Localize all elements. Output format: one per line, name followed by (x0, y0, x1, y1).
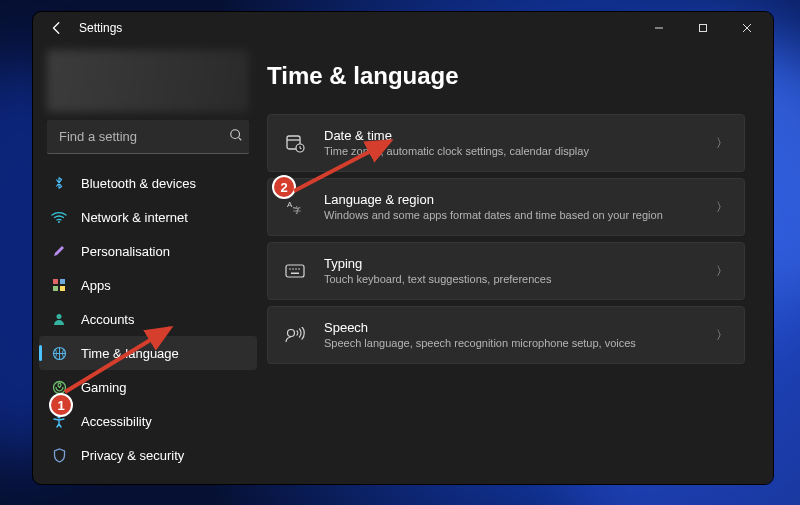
annotation-badge-2: 2 (272, 175, 296, 199)
person-icon (51, 311, 67, 327)
svg-rect-23 (291, 273, 299, 275)
sidebar-item-time-language[interactable]: Time & language (39, 336, 257, 370)
maximize-icon (698, 23, 708, 33)
back-button[interactable] (45, 16, 69, 40)
svg-rect-18 (286, 265, 304, 277)
page-title: Time & language (267, 62, 749, 90)
sidebar-item-label: Personalisation (81, 244, 170, 259)
svg-point-20 (292, 268, 294, 270)
minimize-icon (654, 23, 664, 33)
svg-point-4 (58, 221, 60, 223)
globe-clock-icon (51, 345, 67, 361)
svg-point-21 (295, 268, 297, 270)
sidebar-item-windows-update[interactable]: Windows Update (33, 472, 263, 474)
svg-point-9 (57, 314, 62, 319)
card-subtitle: Windows and some apps format dates and t… (324, 208, 716, 222)
bluetooth-icon (51, 175, 67, 191)
card-title: Date & time (324, 128, 716, 144)
language-icon: A字 (284, 197, 306, 217)
sidebar-item-label: Gaming (81, 380, 127, 395)
svg-rect-8 (60, 286, 65, 291)
sidebar-item-label: Privacy & security (81, 448, 184, 463)
window-title: Settings (79, 21, 122, 35)
svg-text:字: 字 (293, 206, 301, 215)
search-icon (229, 128, 243, 145)
svg-rect-6 (60, 279, 65, 284)
title-bar: Settings (33, 12, 773, 44)
svg-point-24 (288, 330, 295, 337)
settings-cards: Date & time Time zones, automatic clock … (263, 114, 749, 364)
sidebar-item-label: Network & internet (81, 210, 188, 225)
chevron-right-icon: 〉 (716, 135, 728, 152)
chevron-right-icon: 〉 (716, 327, 728, 344)
card-speech[interactable]: Speech Speech language, speech recogniti… (267, 306, 745, 364)
sidebar-item-privacy[interactable]: Privacy & security (33, 438, 263, 472)
svg-rect-1 (700, 25, 707, 32)
svg-rect-7 (53, 286, 58, 291)
search-input[interactable] (57, 128, 229, 145)
sidebar-item-personalisation[interactable]: Personalisation (33, 234, 263, 268)
minimize-button[interactable] (637, 12, 681, 44)
svg-point-2 (231, 130, 240, 139)
card-title: Speech (324, 320, 716, 336)
svg-point-22 (298, 268, 300, 270)
arrow-left-icon (50, 21, 64, 35)
paintbrush-icon (51, 243, 67, 259)
sidebar-item-label: Accounts (81, 312, 134, 327)
settings-window: Settings Bluetooth & devices (33, 12, 773, 484)
nav-list: Bluetooth & devices Network & internet P… (33, 164, 263, 474)
sidebar-item-network[interactable]: Network & internet (33, 200, 263, 234)
close-icon (742, 23, 752, 33)
speech-icon (284, 327, 306, 343)
sidebar: Bluetooth & devices Network & internet P… (33, 44, 263, 484)
annotation-badge-1: 1 (49, 393, 73, 417)
card-subtitle: Speech language, speech recognition micr… (324, 336, 716, 350)
card-subtitle: Touch keyboard, text suggestions, prefer… (324, 272, 716, 286)
sidebar-item-label: Time & language (81, 346, 179, 361)
wifi-icon (51, 209, 67, 225)
sidebar-item-accounts[interactable]: Accounts (33, 302, 263, 336)
chevron-right-icon: 〉 (716, 199, 728, 216)
card-date-time[interactable]: Date & time Time zones, automatic clock … (267, 114, 745, 172)
shield-icon (51, 447, 67, 463)
calendar-clock-icon (284, 133, 306, 153)
apps-icon (51, 277, 67, 293)
card-title: Typing (324, 256, 716, 272)
svg-rect-5 (53, 279, 58, 284)
window-buttons (637, 12, 769, 44)
sidebar-item-label: Bluetooth & devices (81, 176, 196, 191)
search-box[interactable] (47, 120, 249, 154)
maximize-button[interactable] (681, 12, 725, 44)
close-button[interactable] (725, 12, 769, 44)
sidebar-item-apps[interactable]: Apps (33, 268, 263, 302)
main-content: Time & language Date & time Time zones, … (263, 44, 773, 484)
sidebar-item-label: Apps (81, 278, 111, 293)
card-subtitle: Time zones, automatic clock settings, ca… (324, 144, 716, 158)
svg-point-19 (289, 268, 291, 270)
chevron-right-icon: 〉 (716, 263, 728, 280)
profile-card[interactable] (47, 50, 249, 112)
sidebar-item-bluetooth[interactable]: Bluetooth & devices (33, 166, 263, 200)
svg-line-3 (239, 138, 242, 141)
card-language-region[interactable]: A字 Language & region Windows and some ap… (267, 178, 745, 236)
card-typing[interactable]: Typing Touch keyboard, text suggestions,… (267, 242, 745, 300)
sidebar-item-label: Accessibility (81, 414, 152, 429)
card-title: Language & region (324, 192, 716, 208)
keyboard-icon (284, 264, 306, 278)
